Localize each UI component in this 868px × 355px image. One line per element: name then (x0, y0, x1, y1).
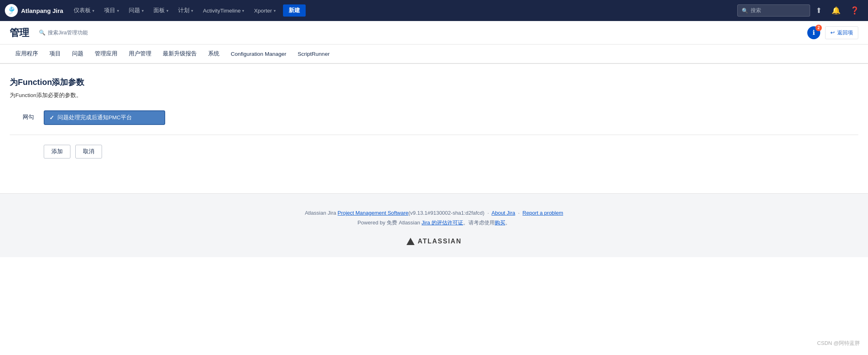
secnav-item-apps[interactable]: 应用程序 (10, 44, 44, 64)
search-icon: 🔍 (742, 8, 748, 14)
nav-item-plans[interactable]: 计划 ▾ (174, 4, 197, 17)
footer-line2: Powered by 免费 Atlassian Jira 的评估许可证。请考虑使… (10, 219, 858, 226)
notification-button[interactable]: ℹ 2 (807, 26, 820, 39)
main-content: 为Function添加参数 为Function添加必要的参数。 网勾 ✓ 问题处… (0, 64, 868, 193)
secnav-item-system[interactable]: 系统 (202, 44, 225, 64)
secnav-item-issues[interactable]: 问题 (66, 44, 89, 64)
secnav-item-projects[interactable]: 项目 (44, 44, 66, 64)
page-title: 为Function添加参数 (10, 77, 858, 88)
notification-icon-btn[interactable]: 🔔 (828, 4, 845, 17)
report-problem-link[interactable]: Report a problem (523, 210, 563, 216)
help-icon-btn[interactable]: ❓ (846, 4, 863, 17)
add-button[interactable]: 添加 (44, 145, 70, 158)
form-divider (10, 135, 858, 135)
jira-license-link[interactable]: Jira 的评估许可证 (421, 220, 463, 226)
chevron-down-icon: ▾ (117, 8, 119, 13)
atlassian-triangle-icon (406, 238, 415, 245)
dropdown-selected-text: 问题处理完成后通知PMC平台 (57, 114, 132, 121)
form-label-webhook: 网勾 (10, 110, 34, 121)
nav-item-projects[interactable]: 项目 ▾ (100, 4, 123, 17)
form-control-webhook: ✓ 问题处理完成后通知PMC平台 (44, 110, 254, 125)
chevron-down-icon: ▾ (142, 8, 144, 13)
admin-search[interactable]: 🔍 搜索Jira管理功能 (39, 29, 88, 36)
secnav-item-script-runner[interactable]: ScriptRunner (292, 45, 335, 63)
footer: Atlassian Jira Project Management Softwa… (0, 193, 868, 257)
global-search[interactable]: 🔍 搜索 (737, 4, 810, 17)
back-arrow-icon: ↩ (830, 30, 835, 36)
cancel-button[interactable]: 取消 (75, 145, 102, 158)
chevron-down-icon: ▾ (191, 8, 193, 13)
check-icon: ✓ (49, 114, 54, 121)
chevron-down-icon: ▾ (92, 8, 94, 13)
admin-title: 管理 (10, 26, 29, 39)
atlassian-name: ATLASSIAN (418, 238, 462, 245)
app-name: Atlanpang Jira (21, 7, 63, 14)
new-button[interactable]: 新建 (283, 4, 306, 17)
upload-icon-btn[interactable]: ⬆ (812, 4, 826, 17)
nav-item-boards[interactable]: 面板 ▾ (149, 4, 172, 17)
atlassian-logo: ATLASSIAN (10, 238, 858, 245)
admin-bar-left: 管理 🔍 搜索Jira管理功能 (10, 26, 88, 39)
webhook-dropdown[interactable]: ✓ 问题处理完成后通知PMC平台 (44, 110, 165, 125)
app-logo[interactable]: 🎐 Atlanpang Jira (5, 4, 63, 17)
page-description: 为Function添加必要的参数。 (10, 92, 858, 99)
footer-line1: Atlassian Jira Project Management Softwa… (10, 210, 858, 216)
nav-item-dashboard[interactable]: 仪表板 ▾ (70, 4, 98, 17)
form-row-webhook: 网勾 ✓ 问题处理完成后通知PMC平台 (10, 110, 858, 125)
admin-bar-right: ℹ 2 ↩ 返回项 (807, 26, 858, 39)
chevron-down-icon: ▾ (274, 8, 276, 13)
chevron-down-icon: ▾ (242, 8, 244, 13)
secnav-item-manage-apps[interactable]: 管理应用 (89, 44, 123, 64)
admin-bar: 管理 🔍 搜索Jira管理功能 ℹ 2 ↩ 返回项 (0, 21, 868, 44)
secnav-item-upgrade-report[interactable]: 最新升级报告 (157, 44, 202, 64)
secondary-nav: 应用程序 项目 问题 管理应用 用户管理 最新升级报告 系统 Configura… (0, 44, 868, 64)
about-jira-link[interactable]: About Jira (491, 210, 515, 216)
footer-version: (v9.13.1#9130002-sha1:d2fafcd) (408, 210, 485, 216)
action-row: 添加 取消 (10, 145, 858, 158)
nav-item-xporter[interactable]: Xporter ▾ (250, 5, 279, 16)
logo-icon: 🎐 (5, 4, 18, 17)
buy-link[interactable]: 购买 (495, 220, 505, 226)
secnav-item-user-management[interactable]: 用户管理 (123, 44, 157, 64)
nav-item-activity-timeline[interactable]: ActivityTimeline ▾ (199, 5, 248, 16)
notification-badge: 2 (815, 25, 822, 31)
chevron-down-icon: ▾ (166, 8, 168, 13)
back-button[interactable]: ↩ 返回项 (825, 26, 858, 39)
secnav-item-config-manager[interactable]: Configuration Manager (225, 45, 292, 63)
project-management-link[interactable]: Project Management Software (338, 210, 408, 216)
nav-item-issues[interactable]: 问题 ▾ (125, 4, 148, 17)
search-icon: 🔍 (39, 30, 45, 36)
top-nav: 🎐 Atlanpang Jira 仪表板 ▾ 项目 ▾ 问题 ▾ 面板 ▾ 计划… (0, 0, 868, 21)
